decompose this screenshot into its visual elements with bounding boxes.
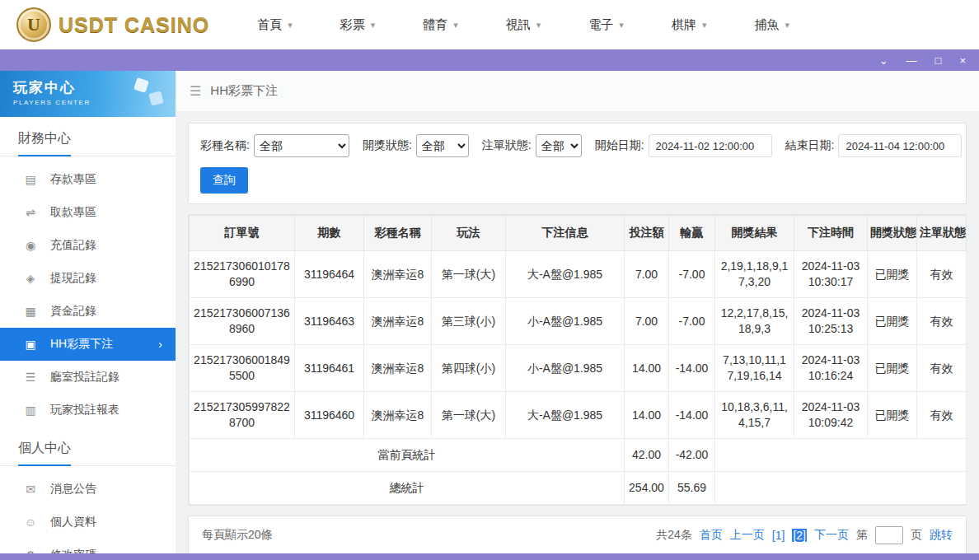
start-date-input[interactable] (649, 134, 772, 157)
cell-draw-status: 已開獎 (868, 251, 917, 298)
table-row: 2152173060101786990 31196464 澳洲幸运8 第一球(大… (190, 251, 967, 298)
chevron-down-icon: ▾ (702, 20, 707, 30)
sidebar-item-withdraw[interactable]: ⇌ 取款專區 (0, 196, 176, 229)
cell-order-no: 2152173060018495500 (190, 345, 295, 392)
draw-status-select[interactable]: 全部 (416, 134, 469, 157)
filter-order-status: 注單狀態: 全部 (482, 134, 582, 157)
sidebar-item-hall-bet-records[interactable]: ☰ 廳室投註記錄 (0, 361, 176, 394)
cell-order-no: 2152173059978228700 (190, 392, 295, 439)
page-summary-empty (715, 439, 967, 472)
cell-period: 31196461 (295, 345, 364, 392)
col-lottery: 彩種名稱 (364, 216, 432, 251)
cell-win-loss: -7.00 (669, 251, 715, 298)
cell-play: 第四球(小) (432, 345, 506, 392)
window-bottom-border (0, 553, 979, 560)
chevron-down-icon: ▾ (288, 20, 293, 30)
end-date-input[interactable] (838, 134, 962, 157)
section-title-finance: 財務中心 (0, 117, 176, 156)
sidebar-item-withdrawal-records[interactable]: ◈ 提現記錄 (0, 262, 176, 295)
content: 彩種名稱: 全部 開獎狀態: 全部 注單狀態: 全 (176, 112, 979, 560)
recharge-record-icon: ◉ (23, 239, 38, 252)
cell-play: 第一球(大) (432, 392, 506, 439)
message-icon: ✉ (23, 483, 38, 496)
nav-item-home[interactable]: 首頁▾ (257, 17, 293, 33)
sidebar-item-announcements[interactable]: ✉ 消息公告 (0, 473, 176, 506)
total-count-text: 共24条 (656, 528, 692, 543)
cell-win-loss: -14.00 (669, 392, 715, 439)
chevron-down-icon: ▾ (619, 20, 624, 30)
cell-lottery: 澳洲幸运8 (364, 392, 432, 439)
prev-page-link[interactable]: 上一页 (730, 528, 765, 543)
nav-label: 首頁 (257, 17, 282, 33)
filter-start-date: 開始日期: (595, 134, 772, 157)
sidebar-item-deposit[interactable]: ▤ 存款專區 (0, 163, 176, 196)
withdrawal-record-icon: ◈ (23, 272, 38, 285)
hamburger-icon[interactable]: ☰ (190, 83, 201, 99)
page-summary-row: 當前頁統計 42.00 -42.00 (190, 439, 967, 472)
sidebar-item-label: 資金記錄 (50, 304, 96, 319)
col-draw-status: 開獎狀態 (868, 216, 917, 251)
cell-bet-time: 2024-11-03 10:25:13 (794, 298, 868, 345)
lottery-bet-icon: ▣ (23, 338, 38, 351)
collapse-icon[interactable]: ⌄ (879, 55, 888, 66)
nav-item-lottery[interactable]: 彩票▾ (340, 17, 376, 33)
next-page-link[interactable]: 下一页 (814, 528, 849, 543)
sidebar-item-profile[interactable]: ☺ 個人資料 (0, 506, 176, 539)
cell-result: 2,19,1,18,9,17,3,20 (715, 251, 794, 298)
maximize-icon[interactable]: □ (935, 55, 942, 66)
sidebar: 玩家中心 PLAYERS CENTER 財務中心 ▤ 存款專區 ⇌ 取款專區 ◉… (0, 71, 176, 560)
page-2-current[interactable]: [2] (792, 529, 807, 542)
first-page-link[interactable]: 首页 (700, 528, 723, 543)
page-1-link[interactable]: [1] (772, 529, 785, 542)
filter-label: 開獎狀態: (363, 138, 412, 153)
sidebar-item-player-bet-report[interactable]: ▥ 玩家投註報表 (0, 394, 176, 427)
jump-button[interactable]: 跳转 (930, 528, 953, 543)
sidebar-item-label: HH彩票下注 (50, 337, 113, 352)
table-row: 2152173060071368960 31196463 澳洲幸运8 第三球(小… (190, 298, 967, 345)
nav-item-fishing[interactable]: 捕魚▾ (754, 17, 789, 33)
nav-item-sports[interactable]: 體育▾ (423, 17, 458, 33)
nav-label: 體育 (423, 17, 447, 33)
cell-lottery: 澳洲幸运8 (364, 251, 432, 298)
sidebar-header: 玩家中心 PLAYERS CENTER (0, 71, 176, 117)
filter-label: 彩種名稱: (200, 138, 250, 153)
chevron-down-icon: ▾ (453, 20, 458, 30)
order-status-select[interactable]: 全部 (536, 134, 582, 157)
cell-win-loss: -14.00 (669, 345, 715, 392)
cell-amount: 14.00 (625, 345, 669, 392)
jump-suffix: 页 (911, 528, 922, 543)
filter-label: 開始日期: (595, 138, 644, 153)
nav-label: 視訊 (506, 17, 531, 33)
search-button[interactable]: 查詢 (200, 167, 248, 194)
deposit-icon: ▤ (23, 173, 38, 186)
cell-order-no: 2152173060071368960 (190, 298, 295, 345)
chevron-down-icon: ▾ (536, 20, 541, 30)
nav-item-cards[interactable]: 棋牌▾ (672, 17, 707, 33)
fund-record-icon: ▦ (23, 305, 38, 318)
nav-item-slots[interactable]: 電子▾ (588, 17, 624, 33)
lottery-name-select[interactable]: 全部 (254, 134, 349, 157)
jump-prefix: 第 (856, 528, 868, 543)
sidebar-item-fund-records[interactable]: ▦ 資金記錄 (0, 295, 176, 328)
jump-page-input[interactable] (875, 526, 903, 544)
cell-period: 31196463 (295, 298, 364, 345)
nav-item-video[interactable]: 視訊▾ (506, 17, 541, 33)
user-icon: ☺ (23, 516, 38, 529)
filter-end-date: 結束日期: (785, 134, 963, 157)
close-icon[interactable]: × (959, 55, 966, 66)
cell-result: 7,13,10,11,17,19,16,14 (715, 345, 794, 392)
sidebar-item-hh-lottery-bets[interactable]: ▣ HH彩票下注 › (0, 328, 176, 361)
cell-amount: 14.00 (625, 392, 669, 439)
nav-label: 棋牌 (672, 17, 696, 33)
minimize-icon[interactable]: — (906, 55, 917, 66)
brand-name: USDT CASINO (59, 13, 209, 37)
col-order-no: 訂單號 (190, 216, 295, 251)
sidebar-item-label: 個人資料 (50, 515, 96, 530)
total-summary-win-loss: 55.69 (669, 472, 715, 505)
total-summary-empty (715, 472, 967, 505)
cell-order-status: 有效 (917, 251, 967, 298)
sidebar-item-recharge-records[interactable]: ◉ 充值記錄 (0, 229, 176, 262)
hall-bet-record-icon: ☰ (23, 371, 38, 384)
filter-panel: 彩種名稱: 全部 開獎狀態: 全部 注單狀態: 全 (188, 123, 967, 204)
col-win-loss: 輸贏 (669, 216, 715, 251)
